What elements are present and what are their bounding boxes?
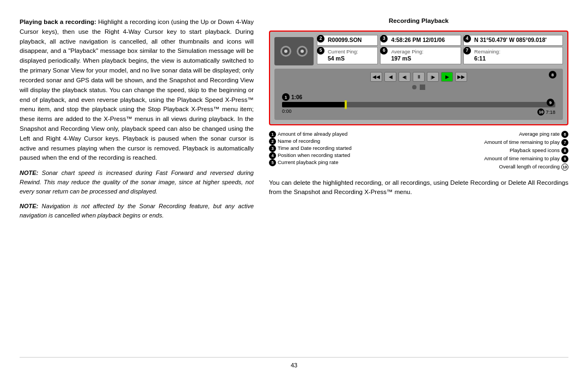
stop-indicator (420, 84, 425, 90)
note2-label: NOTE: (20, 203, 38, 209)
legend-text-7: Amount of time remaining to play (484, 139, 560, 146)
progress-fill (282, 102, 345, 107)
legend-text-2: Name of recording (278, 138, 320, 144)
note2: NOTE: Navigation is not affected by the … (20, 202, 254, 220)
section-title: Recording Playback (269, 17, 568, 24)
bottom-text: You can delete the highlighted recording… (269, 178, 568, 197)
frame-back-button[interactable]: ◀| (399, 72, 411, 82)
device-box: 2 R00099.SON 3 4:58:26 PM 12/01/06 4 (269, 31, 568, 125)
position-value: N 31°50.479' W 085°09.018' (474, 37, 547, 43)
legend-badge-3: 3 (269, 145, 276, 152)
progress-thumb (345, 100, 347, 109)
progress-bar[interactable]: 9 (282, 102, 555, 107)
legend-text-3: Time and Date recording started (278, 145, 352, 152)
left-column: Playing back a recording: Highlight a re… (20, 17, 254, 336)
legend-item-3: 3 Time and Date recording started (269, 145, 416, 152)
legend-badge-1: 1 (269, 131, 276, 138)
average-ping-label: Average Ping: (391, 49, 458, 55)
time-played-value: 1:06 (291, 94, 302, 100)
frame-forward-button[interactable]: |▶ (427, 72, 439, 82)
legend-badge-10: 10 (561, 164, 568, 171)
progress-labels: 0:00 10 7:18 (282, 108, 555, 116)
legend-item-1: 1 Amount of time already played (269, 131, 416, 138)
badge-2: 2 (317, 35, 324, 43)
legend-item-10: Overall length of recording 10 (421, 164, 568, 171)
play-button[interactable]: ▶ (441, 72, 453, 82)
badge-1: 1 (282, 93, 290, 101)
datetime-value: 4:58:26 PM 12/01/06 (391, 37, 445, 43)
current-ping-value: 54 mS (328, 55, 345, 62)
position-cell: 4 N 31°50.479' W 085°09.018' (463, 35, 563, 46)
note1: NOTE: Sonar chart speed is increased dur… (20, 168, 254, 196)
time-played-marker: 1 1:06 (282, 93, 555, 101)
rewind-fast-button[interactable]: ◀◀ (370, 72, 382, 82)
paragraph-body: Highlight a recording icon (using the Up… (20, 19, 254, 161)
badge-7: 7 (463, 47, 471, 55)
datetime-cell: 3 4:58:26 PM 12/01/06 (380, 35, 461, 46)
tape-reel-left (280, 46, 291, 57)
rewind-button[interactable]: ◀ (384, 72, 396, 82)
legend-item-4: 4 Position when recording started (269, 152, 416, 159)
remaining-cell: 7 Remaining: 6:11 (463, 47, 563, 64)
legend-text-1: Amount of time already played (278, 131, 347, 137)
recording-name: R00099.SON (328, 37, 362, 43)
legend-badge-2: 2 (269, 138, 276, 145)
legend-badge-8: 8 (561, 147, 568, 154)
time-start: 0:00 (282, 108, 292, 116)
legend-text-4: Position when recording started (278, 152, 350, 159)
legend-text-9: Amount of time remaining to play (484, 155, 560, 162)
legend-item-8: Playback speed icons 8 (421, 147, 568, 154)
current-ping-label: Current Ping: (328, 49, 375, 55)
current-ping-cell: 5 Current Ping: 54 mS (317, 47, 378, 64)
legend-text-6: Average ping rate (519, 131, 560, 137)
legend-badge-6: 6 (561, 131, 568, 138)
badge-8: 8 (549, 71, 556, 78)
legend-area: 1 Amount of time already played 2 Name o… (269, 131, 568, 171)
badge-10: 10 (537, 108, 544, 116)
pause-button[interactable]: ⏸ (413, 72, 425, 82)
note1-body: Sonar chart speed is increased during Fa… (20, 170, 254, 195)
record-indicator (412, 85, 416, 89)
page-footer: 43 (20, 357, 568, 368)
progress-area: 1 1:06 9 0:00 10 7:18 (280, 93, 558, 116)
tape-icon (274, 37, 314, 65)
page-number: 43 (291, 362, 297, 368)
recording-name-cell: 2 R00099.SON (317, 35, 378, 46)
legend-text-10: Overall length of recording (499, 164, 560, 170)
badge-3: 3 (380, 35, 388, 43)
note2-body: Navigation is not affected by the Sonar … (20, 203, 254, 219)
legend-badge-4: 4 (269, 152, 276, 159)
transport-buttons: ◀◀ ◀ ◀| ⏸ |▶ ▶ ▶▶ 8 (280, 72, 558, 82)
transport-area: ◀◀ ◀ ◀| ⏸ |▶ ▶ ▶▶ 8 1 (274, 69, 563, 120)
main-paragraph: Playing back a recording: Highlight a re… (20, 17, 254, 163)
badge-4: 4 (463, 35, 471, 43)
badge-5: 5 (317, 47, 324, 55)
legend-text-8: Playback speed icons (510, 147, 560, 154)
right-column: Recording Playback 2 R00099 (269, 17, 568, 336)
fast-forward-button[interactable]: ▶▶ (455, 72, 467, 82)
legend-text-5: Current playback ping rate (278, 159, 338, 166)
remaining-value: 6:11 (474, 55, 486, 62)
average-ping-cell: 6 Average Ping: 197 mS (380, 47, 461, 64)
time-end: 7:18 (546, 110, 555, 115)
device-top-row: 2 R00099.SON 3 4:58:26 PM 12/01/06 4 (274, 35, 563, 65)
remaining-label: Remaining: (474, 49, 560, 55)
legend-item-5: 5 Current playback ping rate (269, 159, 416, 166)
legend-item-7: Amount of time remaining to play 7 (421, 139, 568, 146)
legend-item-6: Average ping rate 6 (421, 131, 568, 138)
badge-9: 9 (547, 99, 554, 106)
paragraph-lead: Playing back a recording: (20, 19, 96, 25)
legend-badge-9: 9 (561, 155, 568, 162)
legend-item-9: Amount of time remaining to play 9 (421, 155, 568, 162)
info-grid: 2 R00099.SON 3 4:58:26 PM 12/01/06 4 (317, 35, 563, 65)
legend-badge-7: 7 (561, 139, 568, 146)
badge-6: 6 (380, 47, 388, 55)
legend-badge-5: 5 (269, 159, 276, 166)
tape-reel-right (297, 46, 308, 57)
legend-right: Average ping rate 6 Amount of time remai… (421, 131, 568, 171)
legend-item-2: 2 Name of recording (269, 138, 416, 145)
transport-secondary (280, 84, 558, 90)
note1-label: NOTE: (20, 170, 38, 176)
legend-left: 1 Amount of time already played 2 Name o… (269, 131, 416, 171)
average-ping-value: 197 mS (391, 55, 411, 62)
